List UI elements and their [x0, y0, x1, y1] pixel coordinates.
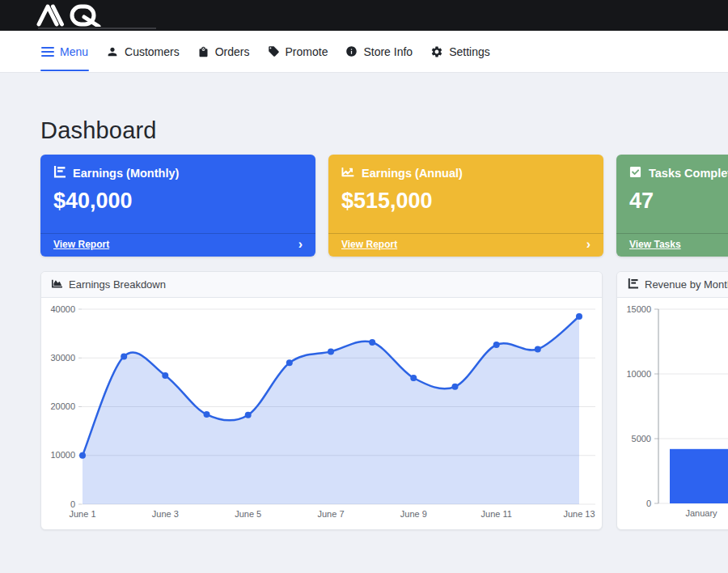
tag-icon — [268, 45, 280, 57]
nav-item-customers[interactable]: Customers — [105, 31, 180, 73]
svg-text:5000: 5000 — [632, 434, 651, 444]
view-tasks-link[interactable]: View Tasks › — [616, 233, 728, 257]
revenue-by-month-card: Revenue by Month 050001000015000January — [616, 271, 728, 530]
aq-logo-icon[interactable] — [36, 4, 108, 27]
svg-text:20000: 20000 — [50, 401, 75, 411]
nav-item-orders[interactable]: Orders — [197, 31, 251, 73]
earnings-annual-card: Earnings (Annual) $515,000 View Report › — [328, 155, 603, 257]
shopping-bag-icon — [197, 45, 210, 58]
nav-item-label: Menu — [60, 45, 88, 58]
chart-card-title: Revenue by Month — [645, 278, 728, 291]
stat-card-value: 47 — [629, 189, 728, 214]
nav-item-promote[interactable]: Promote — [267, 31, 329, 73]
top-bar — [0, 0, 728, 31]
person-icon — [106, 45, 119, 58]
main-nav: Menu Customers Orders Promote — [0, 31, 728, 73]
stat-card-title: Earnings (Annual) — [362, 167, 463, 180]
svg-text:40000: 40000 — [50, 304, 75, 314]
svg-text:30000: 30000 — [50, 353, 75, 363]
nav-item-label: Settings — [449, 45, 490, 58]
charts-row: Earnings Breakdown 010000200003000040000… — [40, 271, 728, 530]
main-content: Dashboard Earnings (Monthly) $40,000 — [0, 117, 728, 530]
svg-text:June 5: June 5 — [235, 509, 261, 519]
stat-card-value: $40,000 — [53, 189, 303, 214]
svg-text:June 1: June 1 — [69, 509, 95, 519]
gear-icon — [430, 45, 443, 58]
nav-item-label: Customers — [125, 45, 180, 58]
svg-text:10000: 10000 — [626, 369, 651, 379]
svg-text:0: 0 — [646, 499, 651, 508]
chart-card-title: Earnings Breakdown — [69, 278, 166, 291]
stat-card-title: Earnings (Monthly) — [73, 167, 179, 180]
earnings-monthly-card: Earnings (Monthly) $40,000 View Report › — [40, 155, 315, 257]
page-title: Dashboard — [40, 117, 728, 144]
svg-text:June 3: June 3 — [152, 509, 179, 519]
svg-text:June 11: June 11 — [481, 509, 512, 519]
nav-item-label: Promote — [286, 45, 328, 58]
stat-card-value: $515,000 — [341, 189, 590, 214]
nav-item-menu[interactable]: Menu — [40, 31, 89, 73]
earnings-breakdown-card: Earnings Breakdown 010000200003000040000… — [40, 271, 603, 530]
nav-item-store-info[interactable]: Store Info — [345, 31, 413, 73]
stat-card-title: Tasks Completed — [649, 167, 728, 180]
nav-item-label: Store Info — [363, 45, 413, 58]
svg-text:January: January — [685, 508, 717, 518]
logo-underline — [38, 28, 156, 29]
svg-text:June 13: June 13 — [563, 509, 595, 519]
horizontal-bar-chart-icon — [53, 166, 66, 180]
line-chart-icon — [341, 166, 354, 180]
stat-cards-row: Earnings (Monthly) $40,000 View Report ›… — [40, 155, 728, 257]
svg-text:0: 0 — [70, 499, 75, 509]
horizontal-bar-chart-icon — [628, 278, 638, 291]
check-square-icon — [629, 166, 641, 180]
area-chart-icon — [52, 278, 62, 291]
chevron-right-icon: › — [586, 240, 590, 249]
view-report-link[interactable]: View Report › — [40, 233, 315, 257]
earnings-breakdown-chart: 010000200003000040000June 1June 3June 5J… — [41, 298, 603, 529]
svg-text:June 9: June 9 — [400, 509, 427, 519]
hamburger-icon — [41, 46, 54, 57]
revenue-by-month-chart: 050001000015000January — [617, 298, 728, 529]
tasks-completed-card: Tasks Completed 47 View Tasks › — [616, 155, 728, 257]
svg-text:15000: 15000 — [626, 304, 651, 314]
svg-text:10000: 10000 — [50, 450, 75, 460]
nav-item-settings[interactable]: Settings — [430, 31, 491, 73]
nav-item-label: Orders — [215, 45, 250, 58]
chevron-right-icon: › — [298, 240, 303, 249]
svg-text:June 7: June 7 — [317, 509, 344, 519]
info-circle-icon — [345, 45, 358, 57]
view-report-link[interactable]: View Report › — [328, 233, 603, 257]
